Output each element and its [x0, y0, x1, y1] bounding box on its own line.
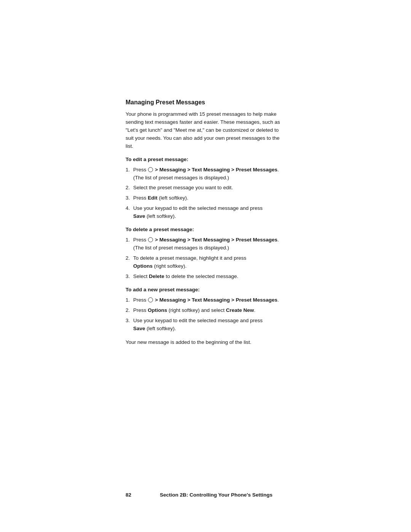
list-item: 3. Use your keypad to edit the selected … [126, 317, 285, 333]
list-item: 1. Press > Messaging > Text Messaging > … [126, 166, 285, 182]
circle-icon [148, 237, 153, 242]
bold-text: > Messaging > Text Messaging > Preset Me… [153, 167, 277, 173]
intro-paragraph: Your phone is programmed with 15 preset … [126, 110, 285, 150]
add-steps-list: 1. Press > Messaging > Text Messaging > … [126, 296, 285, 333]
list-number: 4. [126, 204, 130, 212]
list-item: 2. To delete a preset message, highlight… [126, 254, 285, 270]
list-item: 1. Press > Messaging > Text Messaging > … [126, 236, 285, 252]
sub-text: (The list of preset messages is displaye… [133, 175, 229, 181]
delete-label: To delete a preset message: [126, 227, 285, 232]
footer: 82 Section 2B: Controlling Your Phone's … [0, 492, 411, 498]
closing-paragraph: Your new message is added to the beginni… [126, 339, 285, 347]
list-item: 2. Select the preset message you want to… [126, 184, 285, 192]
bold-text: Delete [149, 273, 164, 279]
list-item: 1. Press > Messaging > Text Messaging > … [126, 296, 285, 304]
add-label: To add a new preset message: [126, 287, 285, 292]
bold-text: Save [133, 326, 145, 331]
bold-text: Options [133, 263, 153, 269]
bold-text: > Messaging > Text Messaging > Preset Me… [153, 237, 277, 243]
delete-steps-list: 1. Press > Messaging > Text Messaging > … [126, 236, 285, 281]
edit-steps-list: 1. Press > Messaging > Text Messaging > … [126, 166, 285, 221]
content-area: Managing Preset Messages Your phone is p… [0, 0, 411, 377]
list-number: 3. [126, 194, 130, 202]
circle-icon [148, 167, 153, 172]
list-number: 2. [126, 254, 130, 262]
list-number: 1. [126, 166, 130, 174]
section-title: Managing Preset Messages [126, 99, 285, 106]
bold-text: Save [133, 213, 145, 219]
footer-page-number: 82 [126, 492, 137, 498]
list-item: 3. Press Edit (left softkey). [126, 194, 285, 202]
list-item: 4. Use your keypad to edit the selected … [126, 204, 285, 220]
bold-text: Edit [148, 195, 158, 201]
edit-label: To edit a preset message: [126, 157, 285, 162]
list-number: 1. [126, 236, 130, 244]
sub-text: (The list of preset messages is displaye… [133, 245, 229, 251]
page: Managing Preset Messages Your phone is p… [0, 0, 411, 532]
list-number: 3. [126, 317, 130, 325]
footer-section-title: Section 2B: Controlling Your Phone's Set… [160, 492, 272, 498]
bold-text: Create New [226, 307, 254, 313]
bold-text: > Messaging > Text Messaging > Preset Me… [153, 297, 277, 303]
list-number: 2. [126, 184, 130, 192]
list-number: 1. [126, 296, 130, 304]
list-item: 2. Press Options (right softkey) and sel… [126, 307, 285, 315]
list-number: 3. [126, 273, 130, 281]
circle-icon [148, 297, 153, 302]
list-item: 3. Select Delete to delete the selected … [126, 273, 285, 281]
bold-text: Options [148, 307, 167, 313]
list-number: 2. [126, 307, 130, 315]
